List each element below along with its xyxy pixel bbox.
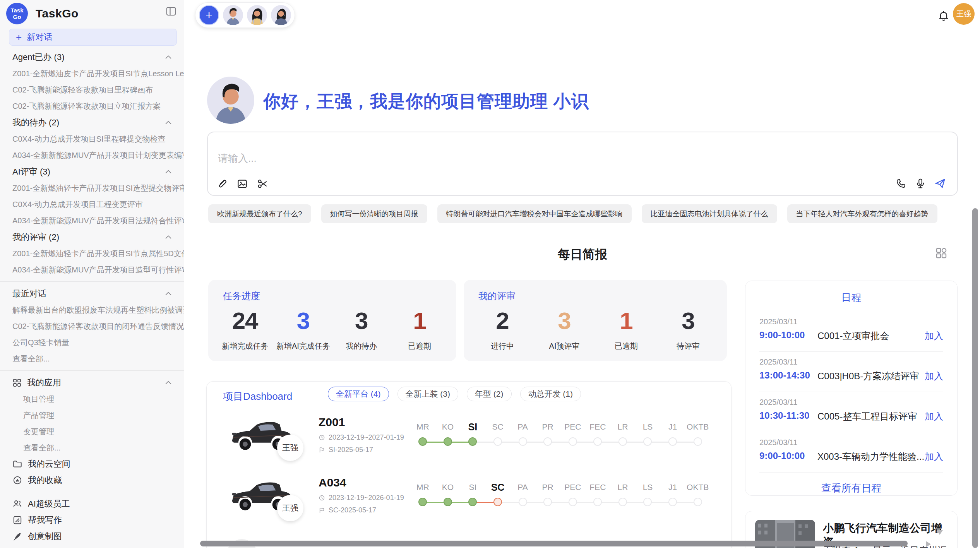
suggestion-chip[interactable]: 比亚迪全固态电池计划具体说了什么 <box>642 204 777 223</box>
input-tools-left <box>216 178 268 190</box>
send-icon[interactable] <box>934 177 946 190</box>
filter-chip[interactable]: 动总开发 (1) <box>520 387 581 401</box>
apps-view-all-link[interactable]: 查看全部... <box>0 440 184 456</box>
recent-view-all-link[interactable]: 查看全部... <box>0 351 184 367</box>
ai-employee-label: AI超级员工 <box>28 498 70 510</box>
sidebar-item-help-write[interactable]: 帮我写作 <box>0 512 184 528</box>
filter-chip[interactable]: 全新上装 (3) <box>397 387 459 401</box>
microphone-icon[interactable] <box>915 178 926 189</box>
join-link[interactable]: 加入 <box>925 410 943 423</box>
sidebar-item[interactable]: Z001-全新燃油皮卡产品开发项目SI节点Lesson Learn报告 <box>0 65 184 82</box>
stat-value: 3 <box>657 304 719 338</box>
section-header-agent-done[interactable]: Agent已办 (3) <box>0 49 184 65</box>
milestone-dot-done <box>444 437 452 446</box>
sidebar-item[interactable]: C02-飞腾新能源轻客改款项目里程碑画布 <box>0 82 184 98</box>
favorites-label: 我的收藏 <box>28 474 62 486</box>
phone-call-icon[interactable] <box>895 178 907 189</box>
agent-avatar[interactable] <box>223 5 243 25</box>
badge-star-icon <box>12 475 22 485</box>
view-all-schedule-link[interactable]: 查看所有日程 <box>745 481 957 495</box>
scroll-right-arrow[interactable] <box>926 541 931 547</box>
project-row[interactable]: 王强 A034 2023-12-19~2026-01-19 SC-2025-05… <box>207 475 732 536</box>
new-chat-button[interactable]: + 新对话 <box>9 29 177 46</box>
app-item-product-mgmt[interactable]: 产品管理 <box>0 407 184 423</box>
briefing-title: 每日简报 <box>207 246 958 263</box>
app-item-change-mgmt[interactable]: 变更管理 <box>0 423 184 440</box>
sidebar-item-cloud-space[interactable]: 我的云空间 <box>0 456 184 472</box>
chat-input[interactable] <box>218 152 760 164</box>
milestone-label: PEC <box>560 481 585 494</box>
app-item-project-mgmt[interactable]: 项目管理 <box>0 391 184 407</box>
quick-actions-bar: + <box>195 2 295 28</box>
agent-avatar[interactable] <box>271 5 291 25</box>
sidebar-item[interactable]: A034-全新新能源MUV产品开发项目计划变更表编写 <box>0 147 184 163</box>
image-upload-icon[interactable] <box>236 178 248 190</box>
chevron-up-icon[interactable] <box>164 289 173 298</box>
chevron-up-icon[interactable] <box>164 378 173 387</box>
filter-chip-active[interactable]: 全新平台 (4) <box>328 387 389 401</box>
layout-grid-icon[interactable] <box>935 247 947 259</box>
suggestion-chip[interactable]: 当下年轻人对汽车外观有怎样的喜好趋势 <box>787 204 937 223</box>
sidebar-item[interactable]: C0X4-动力总成开发项目SI里程碑提交物检查 <box>0 131 184 147</box>
attachment-icon[interactable] <box>216 178 228 190</box>
sidebar-item[interactable]: Z001-全新燃油轻卡产品开发项目SI节点属性5D文件评审 <box>0 245 184 262</box>
sidebar-item[interactable]: C0X4-动力总成开发项目工程变更评审 <box>0 196 184 212</box>
vertical-scrollbar[interactable] <box>972 208 978 548</box>
notification-bell-icon[interactable] <box>937 10 950 22</box>
agent-avatar[interactable] <box>247 5 267 25</box>
chevron-up-icon[interactable] <box>164 118 173 127</box>
section-header-ai-review[interactable]: AI评审 (3) <box>0 163 184 180</box>
milestone-dots <box>410 437 710 447</box>
sidebar-item-ai-employee[interactable]: AI超级员工 <box>0 496 184 512</box>
screenshot-scissors-icon[interactable] <box>257 178 268 190</box>
suggestion-chip[interactable]: 特朗普可能对进口汽车增税会对中国车企造成哪些影响 <box>437 204 632 223</box>
filter-chip[interactable]: 年型 (2) <box>467 387 512 401</box>
stat-value: 3 <box>274 304 332 338</box>
milestone-label: PEC <box>560 420 585 433</box>
user-avatar[interactable]: 王强 <box>953 3 975 25</box>
join-link[interactable]: 加入 <box>925 330 943 342</box>
stat: 3我的待办 <box>332 304 391 351</box>
recent-chat-item[interactable]: 解释最新出台的欧盟报废车法规再生塑料比例被调至15%... <box>0 302 184 318</box>
suggestion-chips: 欧洲新规最近颁布了什么? 如何写一份清晰的项目周报 特朗普可能对进口汽车增税会对… <box>208 204 937 223</box>
recent-chat-item[interactable]: 公司Q3轻卡销量 <box>0 334 184 351</box>
milestone-label: LS <box>635 420 660 433</box>
quill-icon <box>12 531 22 541</box>
sidebar-item-creative-draw[interactable]: 创意制图 <box>0 528 184 545</box>
clock-icon <box>319 495 325 501</box>
section-header-my-review[interactable]: 我的评审 (2) <box>0 229 184 245</box>
sidebar-item[interactable]: C02-飞腾新能源轻客改款项目立项汇报方案 <box>0 98 184 114</box>
section-header-my-apps[interactable]: 我的应用 <box>0 374 184 391</box>
suggestion-chip[interactable]: 如何写一份清晰的项目周报 <box>321 204 427 223</box>
join-link[interactable]: 加入 <box>925 370 943 382</box>
event-time: 13:00-14:30 <box>759 370 810 381</box>
chevron-up-icon[interactable] <box>164 168 173 176</box>
recent-chat-item[interactable]: C02-飞腾新能源轻客改款项目的闭环通告反馈情况 <box>0 318 184 334</box>
sidebar-collapse-icon[interactable] <box>165 5 177 17</box>
schedule-event: 2025/03/11 10:30-11:30 C005-整车工程目标评审 加入 <box>759 392 943 432</box>
add-agent-button[interactable]: + <box>199 5 219 25</box>
milestone-dot <box>618 498 627 506</box>
dashboard-title: 项目Dashboard <box>223 390 292 403</box>
suggestion-chip[interactable]: 欧洲新规最近颁布了什么? <box>208 204 311 223</box>
section-header-recent-chats[interactable]: 最近对话 <box>0 285 184 302</box>
chevron-up-icon[interactable] <box>164 53 173 62</box>
project-owner-badge: 王强 <box>277 495 303 521</box>
sidebar-item-favorites[interactable]: 我的收藏 <box>0 472 184 488</box>
scroll-down-arrow[interactable] <box>937 530 943 535</box>
milestone-dot <box>569 437 577 446</box>
milestone-rail: MR KO SI SC PA PR PEC FEC LR LS J1 OKTB <box>410 420 710 453</box>
chevron-up-icon[interactable] <box>164 233 173 241</box>
join-link[interactable]: 加入 <box>925 450 943 463</box>
horizontal-scrollbar[interactable] <box>200 541 908 546</box>
event-time: 9:00-10:00 <box>759 330 805 341</box>
sidebar-item[interactable]: A034-全新新能源MUV产品开发项目造型可行性评审 <box>0 262 184 278</box>
section-header-my-todo[interactable]: 我的待办 (2) <box>0 114 184 131</box>
sidebar-item[interactable]: A034-全新新能源MUV产品开发项目法规符合性评审 <box>0 212 184 229</box>
flag-icon <box>319 507 325 514</box>
milestone-label: PA <box>510 420 535 433</box>
sidebar-item[interactable]: Z001-全新燃油轻卡产品开发项目SI造型提交物评审 <box>0 180 184 196</box>
project-row[interactable]: 王强 Z001 2023-12-19~2027-01-19 SI-2025-05… <box>207 415 732 475</box>
milestone-label: SI <box>460 481 485 494</box>
stat-label: 已逾期 <box>391 341 449 351</box>
